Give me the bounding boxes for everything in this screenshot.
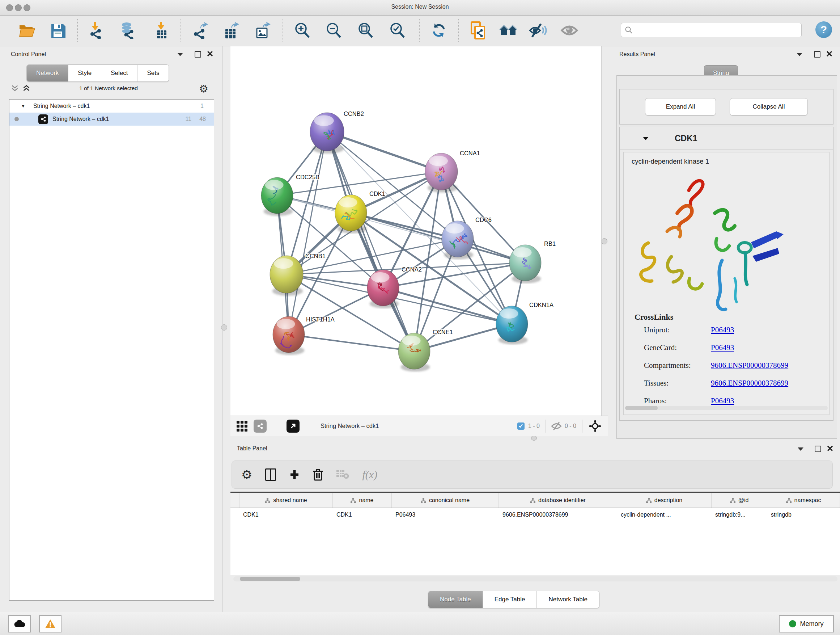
tab-select[interactable]: Select — [101, 65, 137, 81]
network-collection-row[interactable]: ▼ String Network – cdk1 1 — [9, 100, 214, 112]
control-panel-collapse-button[interactable] — [177, 53, 183, 56]
gallery-button[interactable] — [499, 21, 518, 40]
help-button[interactable]: ? — [815, 21, 832, 38]
export-network-button[interactable] — [191, 21, 210, 40]
table-cell[interactable]: CDK1 — [333, 508, 392, 522]
control-panel-float-button[interactable] — [195, 51, 201, 57]
cdk1-caret-icon[interactable] — [643, 137, 649, 140]
search-input[interactable] — [621, 23, 802, 37]
table-cell[interactable]: P06493 — [392, 508, 499, 522]
results-panel-collapse-button[interactable] — [797, 53, 802, 56]
network-node-CCNA1[interactable] — [425, 153, 458, 193]
network-node-CCNA2[interactable] — [367, 270, 399, 309]
open-session-button[interactable] — [18, 21, 36, 40]
warning-status-button[interactable] — [39, 615, 62, 632]
network-options-gear-icon[interactable]: ⚙ — [199, 82, 208, 95]
zoom-fit-button[interactable] — [356, 21, 375, 40]
network-node-CCNB2[interactable] — [310, 112, 344, 154]
table-cell[interactable]: stringdb — [767, 508, 840, 522]
crosslink-link[interactable]: 9606.ENSP00000378699 — [711, 361, 788, 370]
table-panel-close-button[interactable] — [827, 445, 833, 451]
column-header-canonical-name[interactable]: canonical name — [392, 493, 499, 508]
refresh-button[interactable] — [429, 21, 448, 40]
show-columns-icon[interactable] — [265, 469, 276, 481]
column-type-icon — [265, 498, 270, 503]
zoom-out-button[interactable] — [324, 21, 343, 40]
tab-edge-table[interactable]: Edge Table — [483, 591, 537, 608]
tab-network-table[interactable]: Network Table — [537, 591, 599, 608]
expand-all-networks-icon[interactable] — [22, 85, 30, 92]
import-network-file-button[interactable] — [87, 21, 105, 40]
table-hscrollbar-handle[interactable] — [240, 577, 300, 581]
network-node-HIST1H1A[interactable] — [273, 317, 305, 355]
column-header-@id[interactable]: @id — [712, 493, 767, 508]
export-image-button[interactable] — [253, 21, 272, 40]
crosslink-row: Tissues:9606.ENSP00000378699 — [644, 379, 825, 388]
network-node-CDC6[interactable] — [442, 221, 474, 260]
table-cell[interactable]: CDK1 — [240, 508, 333, 522]
copy-style-button[interactable] — [469, 21, 488, 40]
table-cell[interactable]: stringdb:9... — [712, 508, 767, 522]
network-node-CCNB1[interactable] — [270, 256, 303, 296]
cdk1-hscrollbar[interactable] — [625, 406, 828, 410]
network-node-CDKN1A[interactable] — [496, 306, 528, 345]
network-badge-icon[interactable] — [254, 420, 267, 432]
results-panel-close-button[interactable] — [826, 51, 832, 57]
results-panel-float-button[interactable] — [814, 51, 821, 57]
table-options-gear-icon[interactable]: ⚙ — [241, 467, 252, 482]
zoom-selected-button[interactable] — [388, 21, 407, 40]
export-table-button[interactable] — [221, 21, 240, 40]
network-node-CDK1[interactable] — [335, 195, 367, 233]
table-panel-float-button[interactable] — [815, 446, 821, 452]
cloud-status-button[interactable] — [8, 615, 31, 632]
collapse-all-button[interactable]: Collapse All — [729, 98, 808, 116]
birds-eye-view-icon[interactable] — [286, 420, 300, 432]
crosslink-link[interactable]: 9606.ENSP00000378699 — [711, 379, 788, 388]
expand-all-button[interactable]: Expand All — [645, 98, 716, 116]
save-session-button[interactable] — [49, 21, 67, 40]
bottom-splitter-handle[interactable] — [531, 435, 537, 440]
column-header-database-identifier[interactable]: database identifier — [499, 493, 617, 508]
control-panel-close-button[interactable] — [207, 51, 213, 57]
column-header-name[interactable]: name — [333, 493, 392, 508]
column-header-namespac[interactable]: namespac — [767, 493, 840, 508]
import-table-button[interactable] — [152, 21, 171, 40]
crosslink-link[interactable]: P06493 — [711, 396, 734, 405]
tab-style[interactable]: Style — [68, 65, 101, 81]
network-node-RB1[interactable] — [509, 245, 541, 283]
table-cell[interactable]: cyclin-dependent ... — [617, 508, 712, 522]
crosslink-link[interactable]: P06493 — [711, 343, 734, 352]
delete-column-icon[interactable] — [313, 469, 323, 481]
delete-table-icon[interactable] — [336, 470, 349, 479]
network-node-CDC25B[interactable] — [261, 177, 293, 216]
crosslink-link[interactable]: P06493 — [711, 325, 734, 334]
memory-button[interactable]: Memory — [779, 615, 834, 632]
zoom-in-button[interactable] — [293, 21, 311, 40]
table-row[interactable]: CDK1CDK1P064939606.ENSP00000378699cyclin… — [231, 508, 840, 522]
show-all-button[interactable] — [560, 21, 579, 40]
hide-selected-button[interactable] — [529, 21, 548, 40]
collapse-all-networks-icon[interactable] — [11, 85, 19, 92]
cdk1-section-header[interactable]: CDK1 — [620, 127, 833, 150]
column-header-shared-name[interactable]: shared name — [240, 493, 333, 508]
table-cell[interactable]: 9606.ENSP00000378699 — [499, 508, 617, 522]
table-hscrollbar[interactable] — [233, 576, 837, 581]
network-row-selected[interactable]: String Network – cdk1 11 48 — [9, 112, 214, 126]
tab-network[interactable]: Network — [27, 65, 68, 81]
grid-view-icon[interactable] — [236, 420, 248, 432]
network-canvas[interactable]: CCNB2CCNA1CDC25BCDK1CDC6RB1CCNB1CCNA2CDK… — [231, 46, 602, 416]
column-header-description[interactable]: description — [617, 493, 712, 508]
function-builder-icon[interactable]: f(x) — [362, 469, 377, 481]
table-panel-collapse-button[interactable] — [798, 448, 804, 451]
right-splitter-handle[interactable] — [601, 238, 607, 244]
left-splitter-handle[interactable] — [221, 325, 227, 331]
tree-caret-icon[interactable]: ▼ — [21, 103, 25, 109]
tab-node-table[interactable]: Node Table — [428, 591, 483, 608]
selected-checkbox-icon[interactable] — [517, 423, 524, 430]
import-network-database-button[interactable] — [117, 21, 136, 40]
network-node-CCNE1[interactable] — [398, 333, 430, 372]
add-column-icon[interactable] — [289, 469, 300, 480]
string-network-graph[interactable]: CCNB2CCNA1CDC25BCDK1CDC6RB1CCNB1CCNA2CDK… — [231, 46, 601, 416]
fit-content-crosshair-icon[interactable] — [589, 420, 601, 432]
tab-sets[interactable]: Sets — [137, 65, 169, 81]
